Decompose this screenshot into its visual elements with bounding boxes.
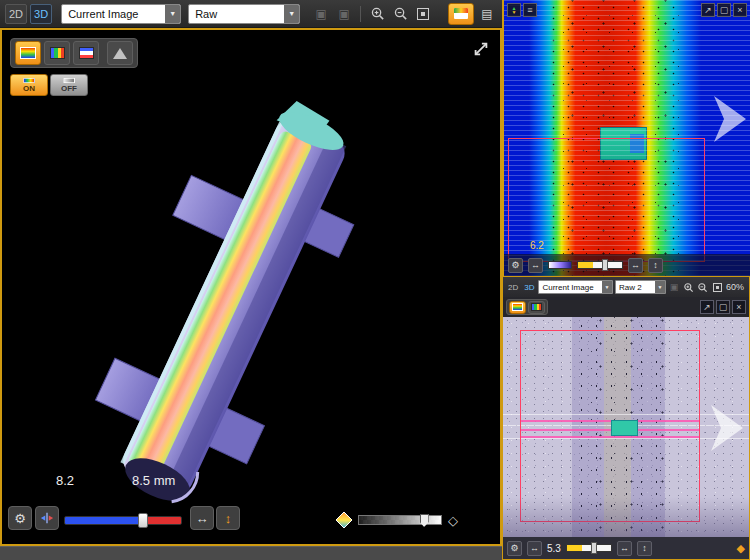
pan-vertical-button[interactable]: ↕: [637, 541, 652, 556]
chevron-down-icon[interactable]: ▼: [165, 5, 180, 23]
texture-bottom-bar: ⚙ ↔ 5.3 ↔ ↕ ◆: [503, 537, 749, 559]
colormap-off-button[interactable]: OFF: [50, 74, 88, 96]
zoom-level-value[interactable]: 60%: [726, 282, 746, 292]
settings-gear-button[interactable]: ⚙: [508, 258, 523, 273]
window-restore-icon[interactable]: ▢: [716, 300, 730, 314]
paste-image-icon[interactable]: ▣: [334, 4, 354, 24]
close-icon[interactable]: ×: [733, 3, 747, 17]
threshold-slider[interactable]: [577, 261, 623, 269]
color-map-button[interactable]: [509, 301, 526, 314]
zoom-in-icon[interactable]: [682, 281, 695, 294]
texture-panel[interactable]: 2D 3D Current Image ▼ Raw 2 ▼ ▣ 6: [502, 276, 750, 560]
fit-width-button[interactable]: [35, 506, 59, 530]
settings-gear-button[interactable]: ⚙: [507, 541, 522, 556]
arrows-vertical-icon: ↕: [653, 260, 658, 270]
close-icon[interactable]: ×: [732, 300, 746, 314]
report-clipboard-icon[interactable]: ▤: [477, 4, 497, 24]
zoom-fit-icon[interactable]: [711, 281, 724, 294]
fit-width-button[interactable]: ↔: [527, 541, 542, 556]
window-restore-icon[interactable]: ▢: [717, 3, 731, 17]
pan-vertical-button[interactable]: ↕: [648, 258, 663, 273]
heatmap-topleft-icons: ▲▼ ≡: [507, 3, 537, 17]
opacity-control-group: ◇: [336, 512, 458, 528]
zoom-out-icon[interactable]: [697, 281, 710, 294]
texture-vignette: [503, 497, 749, 537]
heatmap-panel[interactable]: ▲▼ ≡ ↗ ▢ × 6.2 ⚙ ↔ ↔ ↕: [502, 0, 750, 276]
chevron-down-icon[interactable]: ▼: [602, 281, 612, 293]
mini-colorbar: [548, 261, 572, 269]
view-3d[interactable]: ON OFF 8.2 8.5 mm ⚙ ↔ ↕: [0, 28, 502, 546]
colormap-on-button[interactable]: ON: [10, 74, 48, 96]
color-map-button[interactable]: [15, 41, 41, 65]
arrows-horizontal-icon: ↔: [530, 543, 539, 553]
home-view-button[interactable]: [448, 3, 474, 25]
filter-mode-dropdown[interactable]: Raw ▼: [188, 4, 300, 24]
on-label: ON: [23, 84, 35, 93]
texture-toolbar-row2: ↗ ▢ ×: [503, 297, 749, 317]
gradient-diamond-icon[interactable]: ◆: [737, 542, 745, 555]
bottom-status-strip: [0, 546, 502, 560]
mode-2d-button[interactable]: 2D: [5, 4, 27, 24]
pan-horizontal-button[interactable]: ↔: [190, 506, 214, 530]
3d-scanned-object[interactable]: [2, 30, 500, 544]
outline-diamond-icon[interactable]: ◇: [448, 513, 458, 528]
fit-width-button[interactable]: ↔: [528, 258, 543, 273]
mode-3d-button[interactable]: 3D: [522, 283, 536, 292]
pan-horizontal-button[interactable]: ↔: [628, 258, 643, 273]
selection-rectangle[interactable]: [520, 330, 700, 521]
histogram-button[interactable]: [44, 41, 70, 65]
toolbar-divider: [360, 6, 361, 22]
opacity-slider-handle[interactable]: [420, 514, 429, 527]
height-profile-icon: [79, 47, 94, 59]
filter-mode-dropdown[interactable]: Raw 2 ▼: [615, 280, 666, 294]
popout-icon[interactable]: ↗: [700, 300, 714, 314]
gear-icon: ⚙: [510, 543, 518, 553]
arrows-horizontal-icon: ↔: [196, 511, 209, 526]
colormap-off-icon: [63, 78, 75, 83]
image-source-value: Current Image: [539, 283, 602, 292]
popout-icon[interactable]: ↗: [701, 3, 715, 17]
heatmap-topright-icons: ↗ ▢ ×: [701, 3, 747, 17]
pan-horizontal-button[interactable]: ↔: [617, 541, 632, 556]
gear-icon: ⚙: [14, 511, 26, 526]
arrows-horizontal-icon: ↔: [620, 543, 629, 553]
image-source-dropdown[interactable]: Current Image ▼: [538, 280, 613, 294]
height-profile-button[interactable]: [73, 41, 99, 65]
view3d-toolbar: [10, 38, 138, 68]
copy-image-icon[interactable]: ▣: [668, 281, 680, 293]
threshold-slider[interactable]: [566, 544, 612, 552]
threshold-slider-handle[interactable]: [602, 259, 608, 271]
pan-vertical-button[interactable]: ↕: [216, 506, 240, 530]
main-toolbar: 2D 3D Current Image ▼ Raw ▼ ▣ ▣: [0, 0, 502, 28]
texture-view-toggles: [506, 299, 548, 315]
range-high-value: 8.5 mm: [132, 473, 175, 488]
range-low-value: 8.2: [56, 473, 74, 488]
gradient-diamond-icon[interactable]: [336, 512, 352, 528]
copy-image-icon[interactable]: ▣: [311, 4, 331, 24]
threshold-slider-handle[interactable]: [591, 542, 597, 554]
histogram-button[interactable]: [528, 301, 545, 314]
image-source-dropdown[interactable]: Current Image ▼: [61, 4, 181, 24]
menu-icon[interactable]: ≡: [523, 3, 537, 17]
arrows-vertical-icon: ↕: [225, 511, 232, 526]
left-column: 2D 3D Current Image ▼ Raw ▼ ▣ ▣: [0, 0, 502, 560]
zoom-fit-icon[interactable]: [413, 4, 433, 24]
zoom-in-icon[interactable]: [367, 4, 387, 24]
cone-view-button[interactable]: [107, 41, 133, 65]
texture-image[interactable]: [503, 317, 749, 537]
chevron-down-icon[interactable]: ▼: [284, 5, 299, 23]
chevron-down-icon[interactable]: ▼: [655, 281, 665, 293]
fullscreen-expand-icon[interactable]: [470, 38, 492, 60]
right-column: ▲▼ ≡ ↗ ▢ × 6.2 ⚙ ↔ ↔ ↕ 2D 3: [502, 0, 750, 560]
texture-threshold-value: 5.3: [547, 543, 561, 554]
settings-gear-button[interactable]: ⚙: [8, 506, 32, 530]
mode-3d-button[interactable]: 3D: [30, 4, 52, 24]
zoom-out-icon[interactable]: [390, 4, 410, 24]
height-range-slider[interactable]: [64, 516, 182, 525]
gear-icon: ⚙: [511, 260, 519, 270]
mode-2d-button[interactable]: 2D: [506, 283, 520, 292]
opacity-slider[interactable]: [358, 515, 442, 525]
sort-order-icon[interactable]: ▲▼: [507, 3, 521, 17]
height-range-slider-handle[interactable]: [138, 513, 148, 528]
filter-mode-value: Raw: [189, 8, 284, 20]
